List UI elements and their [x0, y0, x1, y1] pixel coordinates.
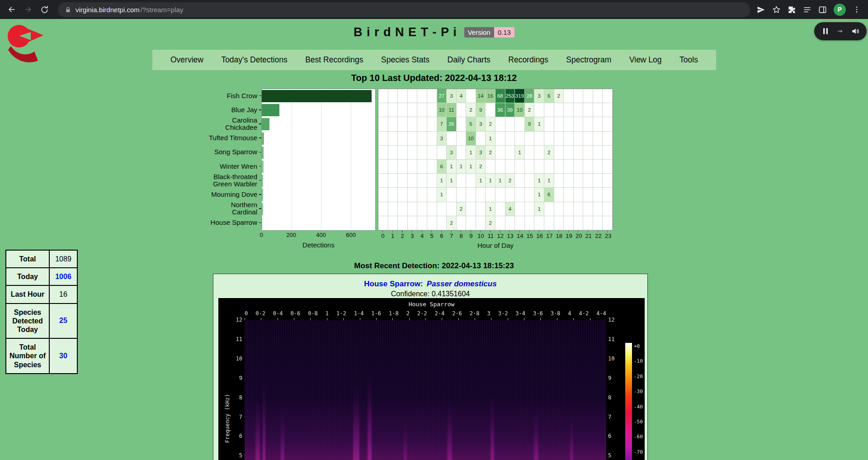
- heatmap-cell: 36: [495, 103, 505, 117]
- heatmap-cell: [476, 202, 486, 216]
- heatmap-cell: [603, 188, 613, 202]
- detections-bar: [262, 203, 263, 215]
- heatmap-cell: [388, 117, 398, 131]
- url-bar[interactable]: virginia.birdnetpi.com/?stream=play: [58, 2, 750, 17]
- colorbar-tick: -60: [634, 434, 643, 440]
- heatmap-cell: [437, 216, 447, 230]
- detection-confidence: Confidence: 0.41351604: [213, 290, 647, 298]
- heatmap-cell: [417, 103, 427, 117]
- stat-value-link[interactable]: 25: [49, 304, 77, 339]
- detections-bar: [262, 161, 264, 173]
- heatmap-cell: [388, 202, 398, 216]
- heatmap-cell: 27: [437, 89, 447, 103]
- detection-title: House Sparrow:Passer domesticus: [213, 280, 647, 289]
- nav-item-view-log[interactable]: View Log: [629, 55, 662, 65]
- stat-value-link[interactable]: 30: [49, 338, 77, 374]
- heatmap-cell: [525, 132, 535, 146]
- heatmap-cell: [525, 216, 535, 230]
- heatmap-cell: 1: [466, 146, 476, 160]
- nav-item-recordings[interactable]: Recordings: [508, 55, 548, 65]
- nav-item-overview[interactable]: Overview: [170, 55, 203, 65]
- bookmark-star-icon[interactable]: [772, 5, 781, 14]
- spectrogram-y-tick: 9: [227, 375, 242, 381]
- heatmap-cell: [398, 117, 408, 131]
- hour-axis-ticks: 01234567891011121314151617181920212223: [378, 232, 613, 240]
- heatmap-cell: 1: [486, 174, 495, 188]
- recent-label: Most Recent Detection:: [354, 261, 439, 270]
- volume-icon[interactable]: [851, 27, 860, 36]
- heatmap-cell: [574, 89, 584, 103]
- heatmap-cell: [427, 188, 437, 202]
- hour-tick-label: 15: [525, 232, 535, 240]
- heatmap-cell: [378, 188, 388, 202]
- most-recent-detection: Most Recent Detection: 2022-04-13 18:15:…: [0, 261, 868, 270]
- forward-button[interactable]: [21, 2, 35, 17]
- heatmap-cell: [408, 160, 418, 174]
- heatmap-cell: [408, 103, 418, 117]
- reload-button[interactable]: [37, 2, 52, 17]
- heatmap-cell: [427, 103, 437, 117]
- species-label: Song Sparrow: [184, 145, 261, 159]
- heatmap-cell: [495, 188, 505, 202]
- back-button[interactable]: [5, 2, 19, 17]
- heatmap-cell: [398, 188, 408, 202]
- heatmap-cell: [534, 132, 544, 146]
- heatmap-cell: [398, 103, 408, 117]
- hour-tick-label: 9: [466, 232, 476, 240]
- heatmap-cell: [378, 146, 388, 160]
- hour-tick-label: 11: [486, 232, 495, 240]
- heatmap-cell: [378, 89, 388, 103]
- version-badge: Version 0.13: [464, 27, 514, 38]
- heatmap-cell: 14: [476, 89, 486, 103]
- species-label: Northern Cardinal: [184, 202, 261, 216]
- heatmap-cell: [457, 216, 467, 230]
- spectrogram-x-tick: 3·6: [533, 310, 543, 317]
- heatmap-cell: [554, 216, 564, 230]
- stat-label: Today: [6, 268, 49, 285]
- heatmap-cell: 16: [486, 89, 495, 103]
- hour-tick-label: 8: [456, 232, 466, 240]
- stat-value-link[interactable]: 1006: [49, 268, 77, 285]
- nav-item-best-recordings[interactable]: Best Recordings: [305, 55, 363, 65]
- heatmap-cell: [583, 103, 593, 117]
- heatmap-cell: [476, 216, 486, 230]
- side-panel-icon[interactable]: [818, 5, 827, 14]
- heatmap-cell: [603, 160, 613, 174]
- heatmap-cell: [593, 132, 603, 146]
- seek-forward-icon[interactable]: [837, 28, 844, 35]
- spectrogram-x-tick: 1·4: [354, 310, 364, 317]
- heatmap-cell: [554, 132, 564, 146]
- spectrogram-x-tick: 2·2: [417, 310, 427, 317]
- extensions-icon[interactable]: [788, 5, 796, 14]
- heatmap-cell: [378, 117, 388, 131]
- nav-item-species-stats[interactable]: Species Stats: [381, 55, 429, 65]
- spectrogram-x-tick: 4·2: [579, 310, 589, 317]
- profile-avatar[interactable]: P: [834, 4, 846, 16]
- heatmap-cell: [583, 146, 593, 160]
- heatmap-cell: [486, 188, 495, 202]
- species-label: Winter Wren: [184, 159, 261, 173]
- nav-item-spectrogram[interactable]: Spectrogram: [566, 55, 611, 65]
- heatmap-cell: [388, 132, 398, 146]
- heatmap-cell: [388, 146, 398, 160]
- menu-icon[interactable]: [853, 5, 861, 14]
- heatmap-cell: [388, 89, 398, 103]
- detections-bar-chart: [261, 89, 376, 231]
- heatmap-cell: [583, 202, 593, 216]
- heatmap-cell: [408, 89, 418, 103]
- spectrogram-y-tick: 10: [227, 356, 242, 362]
- heatmap-cell: [593, 188, 603, 202]
- heatmap-cell: [554, 174, 564, 188]
- heatmap-cell: [447, 132, 457, 146]
- nav-item-today-s-detections[interactable]: Today's Detections: [221, 55, 287, 65]
- nav-item-tools[interactable]: Tools: [679, 55, 698, 65]
- heatmap-cell: 5: [466, 117, 476, 131]
- heatmap-cell: 1: [466, 160, 476, 174]
- heatmap-cell: [378, 103, 388, 117]
- send-icon[interactable]: [757, 5, 765, 14]
- heatmap-cell: 1: [486, 132, 495, 146]
- pause-icon[interactable]: [821, 27, 830, 36]
- spectrogram-x-tick: 1·2: [336, 310, 346, 317]
- nav-item-daily-charts[interactable]: Daily Charts: [448, 55, 491, 65]
- reading-list-icon[interactable]: [803, 5, 811, 14]
